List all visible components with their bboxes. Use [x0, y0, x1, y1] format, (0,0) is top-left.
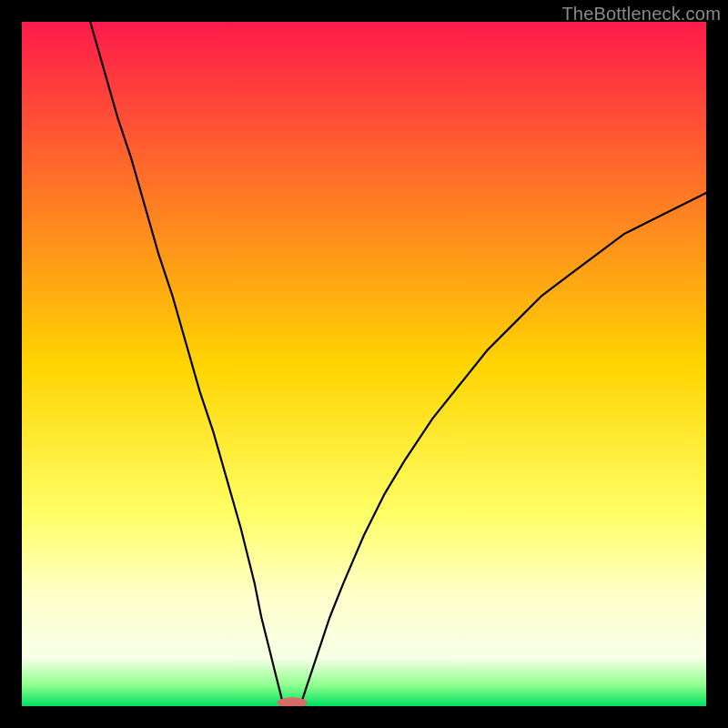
chart-svg — [22, 22, 706, 706]
chart-frame — [22, 22, 706, 706]
chart-background — [22, 22, 706, 706]
